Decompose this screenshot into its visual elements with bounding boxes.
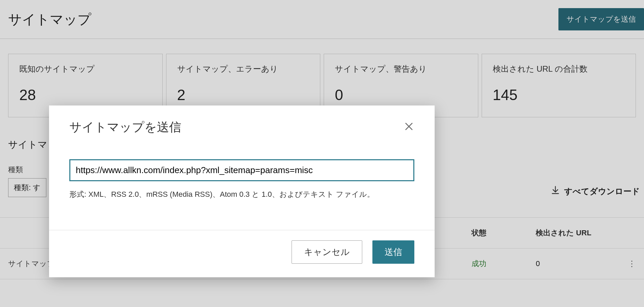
submit-button[interactable]: 送信 (372, 240, 414, 264)
submit-sitemap-modal: サイトマップを送信 形式: XML、RSS 2.0、mRSS (Media RS… (49, 105, 435, 277)
modal-body: 形式: XML、RSS 2.0、mRSS (Media RSS)、Atom 0.… (49, 142, 435, 210)
close-icon[interactable] (404, 121, 414, 134)
modal-footer: キャンセル 送信 (49, 230, 435, 277)
sitemap-url-input[interactable] (69, 159, 414, 181)
modal-header: サイトマップを送信 (49, 105, 435, 142)
cancel-button[interactable]: キャンセル (292, 240, 362, 264)
format-hint: 形式: XML、RSS 2.0、mRSS (Media RSS)、Atom 0.… (69, 189, 414, 199)
modal-title: サイトマップを送信 (69, 119, 181, 136)
